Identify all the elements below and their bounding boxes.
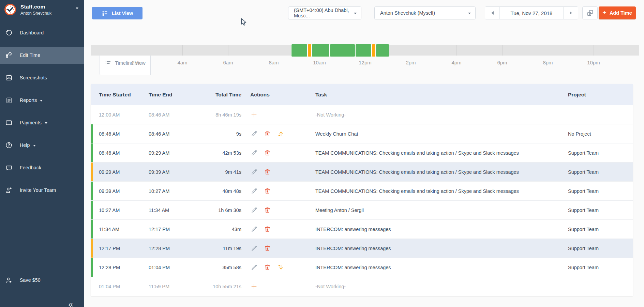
delete-icon[interactable] bbox=[264, 206, 271, 214]
total-time-cell: 35m 58s bbox=[207, 265, 241, 270]
time-started-cell: 12:28 PM bbox=[99, 265, 149, 270]
reports-icon bbox=[5, 96, 13, 104]
sidebar-item-screenshots[interactable]: Screenshots bbox=[0, 69, 84, 86]
previous-day-button[interactable] bbox=[485, 7, 500, 19]
next-day-button[interactable] bbox=[563, 7, 578, 19]
delete-icon[interactable] bbox=[264, 130, 271, 138]
delete-icon[interactable] bbox=[264, 226, 271, 233]
dashboard-icon bbox=[5, 29, 13, 37]
hour-label: 6am bbox=[223, 60, 233, 65]
copy-icon bbox=[586, 9, 594, 17]
user-value: Anton Shevchuk (Myself) bbox=[380, 10, 435, 16]
main-content: Timeline View List View (GMT+04:00) Abu … bbox=[84, 0, 644, 307]
task-cell: TEAM COMMUNICATIONS: Checking emails and… bbox=[315, 150, 568, 156]
time-started-cell: 09:39 AM bbox=[99, 188, 149, 194]
table-row: 01:04 PM11:59 PM10h 55m 21s-Not Working- bbox=[91, 277, 633, 296]
sidebar-item-label: Screenshots bbox=[20, 75, 47, 80]
timeline-segment-green[interactable] bbox=[330, 44, 355, 57]
collapse-sidebar-icon[interactable]: « bbox=[68, 299, 73, 307]
sidebar-item-dashboard[interactable]: Dashboard bbox=[0, 24, 84, 41]
time-started-cell: 12:00 AM bbox=[99, 112, 149, 118]
task-cell: INTERCOM: answering messages bbox=[315, 246, 568, 251]
time-end-cell: 08:46 AM bbox=[149, 112, 207, 118]
edit-icon[interactable] bbox=[250, 264, 258, 271]
date-picker[interactable]: Tue, Nov 27, 2018 bbox=[500, 7, 563, 19]
row-status-bar-green bbox=[91, 201, 93, 219]
sidebar-item-save-50[interactable]: Save $50 bbox=[0, 272, 84, 289]
edit-icon[interactable] bbox=[250, 130, 258, 138]
edit-icon[interactable] bbox=[250, 206, 258, 214]
delete-icon[interactable] bbox=[264, 149, 271, 157]
task-cell: -Not Working- bbox=[315, 284, 568, 289]
sidebar-item-feedback[interactable]: Feedback bbox=[0, 159, 84, 176]
row-status-bar-green bbox=[91, 220, 93, 239]
edit-icon[interactable] bbox=[250, 149, 258, 157]
timeline-segment-green[interactable] bbox=[291, 44, 308, 57]
sidebar-item-help[interactable]: Help bbox=[0, 137, 84, 154]
timeline-segment-orange[interactable] bbox=[308, 44, 311, 57]
user-select[interactable]: Anton Shevchuk (Myself) bbox=[374, 6, 476, 19]
list-view-button[interactable]: List View bbox=[92, 7, 143, 19]
merge-up-icon[interactable] bbox=[277, 130, 284, 138]
table-row: 12:17 PM12:28 PM11m 19sINTERCOM: answeri… bbox=[91, 239, 633, 258]
actions-cell bbox=[241, 187, 315, 195]
row-status-bar-green bbox=[91, 124, 93, 143]
project-cell: Support Team bbox=[568, 227, 633, 232]
sidebar-item-reports[interactable]: Reports bbox=[0, 92, 84, 109]
project-cell: Support Team bbox=[568, 188, 633, 194]
account-switcher[interactable]: Staff.com Anton Shevchuk bbox=[0, 0, 84, 16]
add-icon[interactable] bbox=[250, 111, 258, 119]
help-icon bbox=[5, 141, 13, 149]
delete-icon[interactable] bbox=[264, 245, 271, 252]
hour-label: 8am bbox=[269, 60, 279, 65]
chevron-down-icon bbox=[354, 13, 357, 14]
sidebar-item-payments[interactable]: Payments bbox=[0, 114, 84, 131]
hour-label: 2pm bbox=[406, 60, 416, 65]
sidebar-item-label: Feedback bbox=[20, 165, 41, 170]
sidebar-item-invite-your-team[interactable]: Invite Your Team bbox=[0, 182, 84, 199]
merge-down-icon[interactable] bbox=[277, 264, 284, 271]
time-end-cell: 12:28 PM bbox=[149, 246, 207, 251]
timezone-select[interactable]: (GMT+04:00) Abu Dhabi, Musc... bbox=[288, 6, 361, 19]
edit-icon[interactable] bbox=[250, 226, 258, 233]
table-row: 12:28 PM01:04 PM35m 58sINTERCOM: answeri… bbox=[91, 258, 633, 277]
column-header-time-started: Time Started bbox=[99, 92, 149, 98]
hour-label: 12pm bbox=[359, 60, 372, 65]
time-end-cell: 01:04 PM bbox=[149, 265, 207, 270]
timeline-segment-green[interactable] bbox=[355, 44, 372, 57]
time-started-cell: 01:04 PM bbox=[99, 284, 149, 289]
copy-time-button[interactable] bbox=[582, 6, 598, 19]
time-end-cell: 11:34 AM bbox=[149, 208, 207, 213]
actions-cell bbox=[241, 168, 315, 176]
total-time-cell: 42m 53s bbox=[207, 150, 241, 156]
sidebar-nav: DashboardEdit TimeScreenshotsReportsPaym… bbox=[0, 24, 84, 204]
edit-icon[interactable] bbox=[250, 245, 258, 252]
edit-time-icon bbox=[5, 51, 13, 59]
view-toggle: Timeline View List View bbox=[92, 7, 143, 19]
time-started-cell: 12:17 PM bbox=[99, 246, 149, 251]
chevron-down-icon bbox=[40, 100, 43, 102]
edit-icon[interactable] bbox=[250, 168, 258, 176]
hour-label: 8pm bbox=[543, 60, 553, 65]
timeline-segment-green[interactable] bbox=[376, 44, 389, 57]
add-time-button[interactable]: + Add Time bbox=[599, 6, 636, 19]
project-cell: Support Team bbox=[568, 208, 633, 213]
delete-icon[interactable] bbox=[264, 168, 271, 176]
hour-label: 6pm bbox=[497, 60, 507, 65]
chevron-down-icon bbox=[76, 7, 78, 9]
add-icon[interactable] bbox=[250, 283, 258, 290]
timeline-segment-orange[interactable] bbox=[372, 44, 376, 57]
timeline-segment-green[interactable] bbox=[312, 44, 330, 57]
delete-icon[interactable] bbox=[264, 264, 271, 271]
hour-label: 4am bbox=[177, 60, 187, 65]
delete-icon[interactable] bbox=[264, 187, 271, 195]
time-started-cell: 09:29 AM bbox=[99, 169, 149, 175]
sidebar-item-edit-time[interactable]: Edit Time bbox=[0, 47, 84, 64]
time-started-cell: 10:27 AM bbox=[99, 208, 149, 213]
actions-cell bbox=[241, 206, 315, 214]
time-end-cell: 08:46 AM bbox=[149, 131, 207, 137]
date-navigation: Tue, Nov 27, 2018 bbox=[485, 6, 578, 19]
total-time-cell: 11m 19s bbox=[207, 246, 241, 251]
row-status-bar-green bbox=[91, 143, 93, 162]
edit-icon[interactable] bbox=[250, 187, 258, 195]
